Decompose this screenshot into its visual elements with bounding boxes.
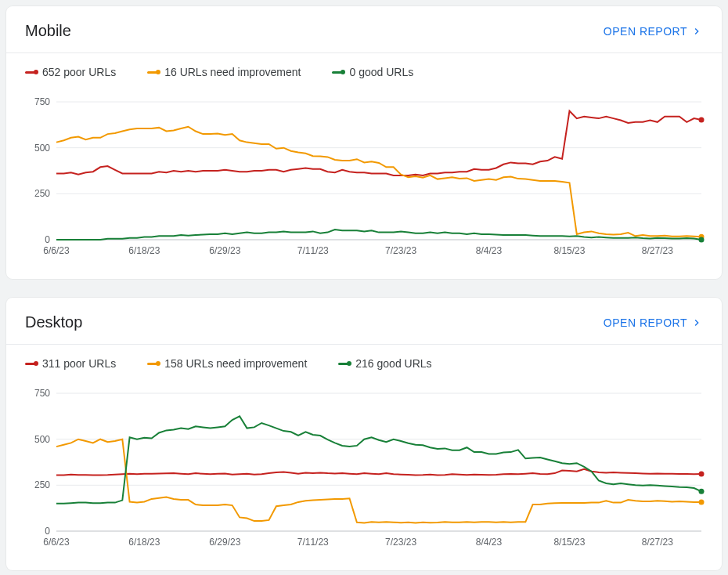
legend-swatch (147, 71, 158, 74)
chevron-right-icon (690, 25, 703, 38)
legend-label: 311 poor URLs (42, 357, 116, 370)
card-title: Mobile (25, 22, 71, 40)
series-poor (56, 111, 701, 175)
y-tick-label: 750 (34, 96, 50, 107)
open-report-label: OPEN REPORT (604, 316, 687, 329)
legend-swatch (338, 363, 349, 365)
legend-good: 216 good URLs (338, 357, 431, 370)
card-title: Desktop (25, 313, 82, 331)
x-tick-label: 8/4/23 (476, 537, 503, 548)
y-tick-label: 750 (34, 388, 50, 399)
chart-area: 02505007506/6/236/18/236/29/237/11/237/2… (6, 89, 722, 279)
series-endpoint-poor (699, 472, 705, 477)
legend-need-improvement: 16 URLs need improvement (147, 66, 301, 78)
legend-swatch (25, 71, 36, 74)
legend-label: 158 URLs need improvement (164, 357, 307, 370)
y-tick-label: 0 (45, 234, 50, 245)
x-tick-label: 8/4/23 (476, 245, 503, 256)
chart-svg: 02505007506/6/236/18/236/29/237/11/237/2… (25, 387, 717, 551)
x-tick-label: 6/18/23 (128, 245, 160, 256)
legend-label: 216 good URLs (355, 357, 431, 370)
card-header: Desktop OPEN REPORT (6, 298, 722, 344)
open-report-link[interactable]: OPEN REPORT (604, 316, 703, 329)
legend-label: 0 good URLs (349, 66, 413, 78)
series-endpoint-poor (699, 118, 705, 123)
legend-swatch (332, 71, 343, 74)
series-endpoint-good (699, 489, 705, 494)
chart-legend: 311 poor URLs 158 URLs need improvement … (6, 345, 722, 381)
series-endpoint-need_improvement (699, 499, 705, 504)
x-tick-label: 7/23/23 (385, 537, 416, 548)
legend-label: 652 poor URLs (42, 66, 116, 78)
card-header: Mobile OPEN REPORT (6, 6, 722, 52)
y-tick-label: 500 (34, 434, 50, 445)
y-tick-label: 0 (45, 526, 50, 537)
series-need_improvement (56, 127, 701, 237)
open-report-link[interactable]: OPEN REPORT (604, 25, 703, 38)
x-tick-label: 6/29/23 (209, 245, 240, 256)
legend-good: 0 good URLs (332, 66, 413, 78)
legend-poor: 652 poor URLs (25, 66, 116, 78)
x-tick-label: 7/11/23 (297, 245, 329, 256)
x-tick-label: 8/15/23 (553, 245, 585, 256)
x-tick-label: 6/29/23 (209, 537, 240, 548)
y-tick-label: 500 (34, 143, 50, 154)
legend-label: 16 URLs need improvement (164, 66, 301, 78)
x-tick-label: 8/27/23 (642, 245, 673, 256)
series-good (56, 416, 701, 504)
chart-area: 02505007506/6/236/18/236/29/237/11/237/2… (6, 381, 722, 570)
chevron-right-icon (690, 316, 703, 329)
chart-legend: 652 poor URLs 16 URLs need improvement 0… (6, 53, 722, 89)
series-need_improvement (56, 439, 701, 523)
open-report-label: OPEN REPORT (604, 25, 687, 38)
legend-swatch (147, 363, 158, 365)
x-tick-label: 6/6/23 (43, 245, 70, 256)
y-tick-label: 250 (34, 188, 50, 199)
x-tick-label: 7/11/23 (297, 537, 329, 548)
x-tick-label: 7/23/23 (385, 245, 416, 256)
x-tick-label: 6/18/23 (128, 537, 160, 548)
legend-swatch (25, 363, 36, 365)
x-tick-label: 8/27/23 (642, 537, 673, 548)
legend-poor: 311 poor URLs (25, 357, 116, 370)
y-tick-label: 250 (34, 479, 50, 490)
card-desktop: Desktop OPEN REPORT 311 poor URLs 158 UR… (6, 298, 722, 570)
series-endpoint-good (699, 237, 705, 243)
legend-need-improvement: 158 URLs need improvement (147, 357, 307, 370)
x-tick-label: 8/15/23 (553, 537, 585, 548)
chart-svg: 02505007506/6/236/18/236/29/237/11/237/2… (25, 96, 717, 260)
series-poor (56, 469, 701, 476)
x-tick-label: 6/6/23 (43, 537, 70, 548)
card-mobile: Mobile OPEN REPORT 652 poor URLs 16 URLs… (6, 6, 722, 279)
